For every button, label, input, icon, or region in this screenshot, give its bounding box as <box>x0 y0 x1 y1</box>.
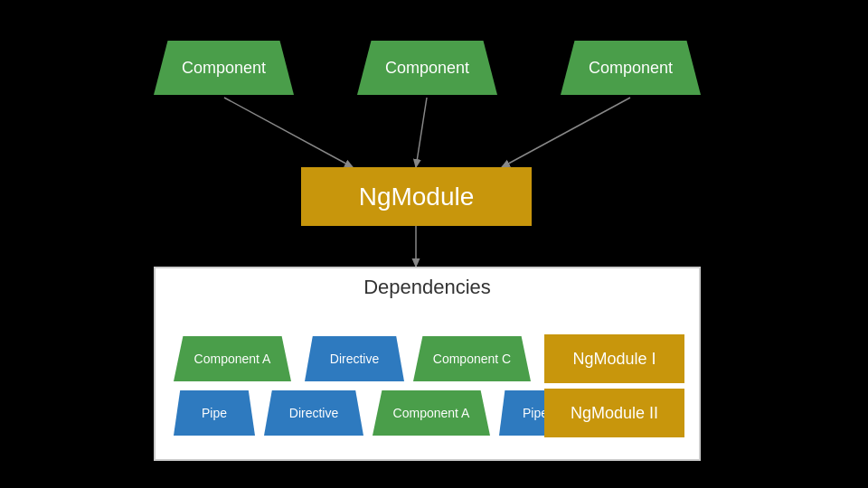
dep-component-a-2: Component A <box>373 390 490 436</box>
svg-line-0 <box>224 98 353 167</box>
dep-directive-2: Directive <box>264 390 363 436</box>
component-top-1: Component <box>154 41 294 95</box>
dep-ngmodule-ii: NgModule II <box>544 389 684 437</box>
svg-line-2 <box>502 98 630 167</box>
diagram: Component Component Component NgModule D… <box>0 0 868 488</box>
dependencies-box: Dependencies Component A Directive Compo… <box>154 267 701 461</box>
dep-pipe-1: Pipe <box>174 390 255 436</box>
component-top-2: Component <box>357 41 497 95</box>
dependencies-title: Dependencies <box>156 276 699 299</box>
component-top-3: Component <box>561 41 701 95</box>
dep-component-a-1: Component A <box>174 336 291 381</box>
ngmodule-box: NgModule <box>301 167 532 226</box>
svg-line-1 <box>416 98 427 167</box>
dep-ngmodule-i: NgModule I <box>544 334 684 383</box>
dep-directive-1: Directive <box>305 336 404 381</box>
dep-component-c: Component C <box>413 336 531 381</box>
